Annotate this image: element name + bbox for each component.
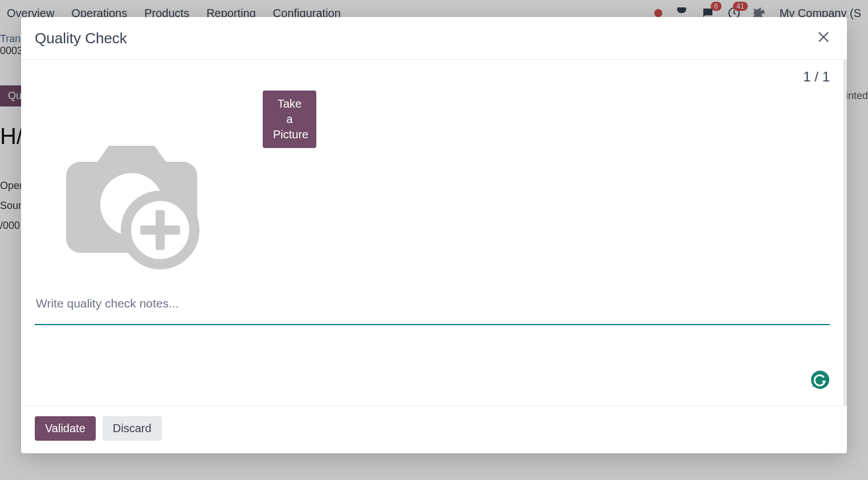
svg-rect-4 (140, 225, 180, 235)
grammarly-icon[interactable] (810, 370, 830, 389)
modal-header: Quality Check (21, 17, 847, 60)
discard-button[interactable]: Discard (103, 416, 162, 441)
camera-placeholder-icon[interactable] (35, 91, 229, 273)
take-picture-button[interactable]: Take a Picture (263, 91, 316, 148)
notes-input[interactable]: Write quality check notes... (35, 293, 830, 325)
modal-footer: Validate Discard (21, 405, 847, 453)
quality-check-modal: Quality Check 1 / 1 Tak (21, 17, 847, 453)
validate-button[interactable]: Validate (35, 416, 96, 441)
close-icon[interactable] (814, 27, 833, 49)
modal-title: Quality Check (35, 30, 127, 47)
modal-body: 1 / 1 Take a Picture Write quality check (21, 60, 847, 405)
page-counter: 1 / 1 (35, 69, 830, 85)
